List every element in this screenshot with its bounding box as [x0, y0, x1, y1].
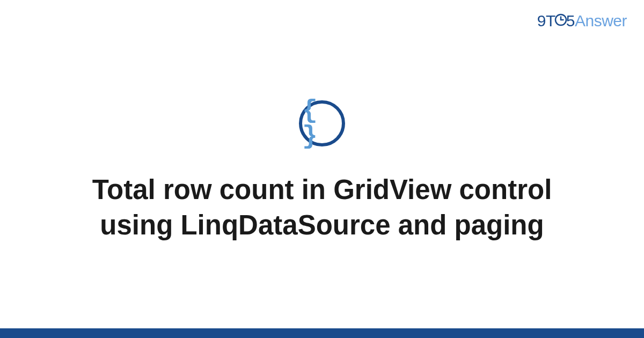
question-title: Total row count in GridView control usin… — [54, 172, 590, 244]
code-braces-icon: { } — [302, 98, 342, 149]
main-content: { } Total row count in GridView control … — [0, 0, 644, 338]
footer-bar — [0, 328, 644, 338]
category-icon-circle: { } — [299, 100, 345, 146]
